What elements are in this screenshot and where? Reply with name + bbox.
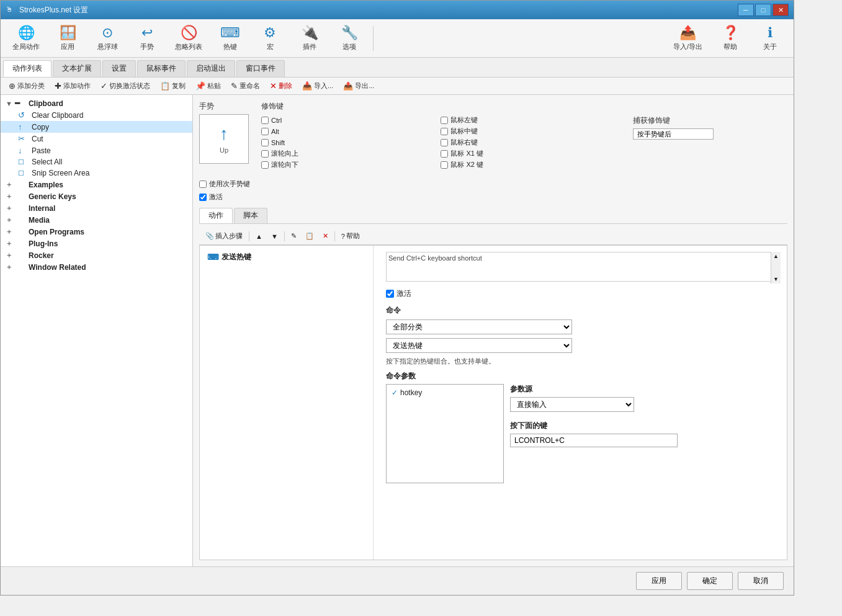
tree-group-internal[interactable]: ＋ Internal: [1, 202, 192, 214]
command-category-select[interactable]: 全部分类: [386, 319, 572, 334]
mouse-left-checkbox-item[interactable]: 鼠标左键: [441, 115, 607, 125]
alt-checkbox[interactable]: [261, 128, 269, 135]
copy-tree-icon: ↑: [18, 122, 29, 132]
scroll-up-checkbox-item[interactable]: 滚轮向上: [261, 149, 428, 158]
bottom-bar: 应用 确定 取消: [1, 566, 794, 595]
tree-group-open-programs[interactable]: ＋ Open Programs: [1, 226, 192, 238]
toolbar-about[interactable]: ℹ 关于: [751, 22, 789, 55]
toggle-state-button[interactable]: ✓ 切换激活状态: [96, 79, 155, 92]
mouse-x2-checkbox[interactable]: [441, 161, 448, 169]
export-button[interactable]: 📤 导出...: [339, 79, 378, 92]
toolbar-options[interactable]: 🔧 选项: [331, 22, 368, 55]
mouse-right-checkbox-item[interactable]: 鼠标右键: [441, 138, 607, 147]
cut-icon: ✂: [18, 134, 29, 143]
tree-item-cut[interactable]: ✂ Cut: [1, 133, 192, 145]
mouse-x2-checkbox-item[interactable]: 鼠标 X2 键: [441, 160, 607, 169]
insert-step-button[interactable]: 📎 插入步骤: [202, 230, 246, 243]
step-help-button[interactable]: ? 帮助: [338, 230, 364, 243]
toolbar-ignore[interactable]: 🚫 忽略列表: [168, 22, 209, 55]
mouse-mid-checkbox-item[interactable]: 鼠标中键: [441, 127, 607, 136]
scroll-down-checkbox[interactable]: [261, 161, 269, 169]
toolbar-plugin[interactable]: 🔌 插件: [291, 22, 328, 55]
scroll-down-arrow[interactable]: ▼: [773, 276, 779, 282]
tree-group-plug-ins[interactable]: ＋ Plug-Ins: [1, 238, 192, 249]
key-input[interactable]: [510, 434, 678, 447]
rename-button[interactable]: ✎ 重命名: [226, 79, 264, 92]
step-edit-button[interactable]: ✎: [287, 230, 300, 242]
send-hotkey-icon: ⌨: [207, 252, 219, 262]
toolbar-app[interactable]: 🪟 应用: [49, 22, 86, 55]
tree-group-generic-keys[interactable]: ＋ Generic Keys: [1, 190, 192, 202]
mouse-left-checkbox[interactable]: [441, 117, 448, 124]
tree-item-paste[interactable]: ↓ Paste: [1, 145, 192, 156]
tab-window-event[interactable]: 窗口事件: [236, 60, 285, 77]
paste-tree-icon: ↓: [18, 146, 29, 155]
ok-button[interactable]: 确定: [687, 572, 733, 590]
tree-item-snip-screen[interactable]: ☐ Snip Screen Area: [1, 167, 192, 179]
import-button[interactable]: 📥 导入...: [298, 79, 338, 92]
step-item-send-hotkey[interactable]: ⌨ 发送热键: [204, 249, 369, 265]
tab-text-expand[interactable]: 文本扩展: [53, 60, 101, 77]
ctrl-checkbox[interactable]: [261, 117, 269, 124]
tree-group-clipboard[interactable]: ▼ ━ Clipboard: [1, 97, 192, 109]
copy-action-button[interactable]: 📋 复制: [156, 79, 190, 92]
params-item-hotkey[interactable]: ✓ hotkey: [389, 387, 501, 398]
toolbar-import-export[interactable]: 📤 导入/导出: [666, 22, 709, 55]
paste-action-button[interactable]: 📌 粘贴: [191, 79, 225, 92]
step-copy-button[interactable]: 📋: [302, 230, 318, 242]
toolbar-tooltip[interactable]: ⊙ 悬浮球: [89, 22, 126, 55]
step-up-button[interactable]: ▲: [252, 231, 266, 242]
toolbar-help[interactable]: ❓ 帮助: [712, 22, 749, 55]
toolbar-hotkey-label: 热键: [223, 42, 237, 51]
add-action-button[interactable]: ✚ 添加动作: [50, 79, 95, 92]
mouse-x1-checkbox[interactable]: [441, 150, 448, 158]
scroll-up-checkbox[interactable]: [261, 150, 269, 158]
tree-group-media[interactable]: ＋ Media: [1, 214, 192, 226]
mouse-right-checkbox[interactable]: [441, 139, 448, 146]
toolbar-macro[interactable]: ⚙ 宏: [251, 22, 289, 55]
description-textarea[interactable]: [386, 252, 781, 282]
activate-checkbox[interactable]: [199, 194, 207, 201]
apply-button[interactable]: 应用: [636, 572, 682, 590]
tab-startup-exit[interactable]: 启动退出: [187, 60, 235, 77]
step-copy-icon: 📋: [305, 232, 314, 240]
alt-checkbox-item[interactable]: Alt: [261, 127, 428, 136]
command-action-select[interactable]: 发送热键: [386, 338, 572, 353]
tree-group-rocker[interactable]: ＋ Rocker: [1, 249, 192, 261]
tab-settings[interactable]: 设置: [102, 60, 136, 77]
toolbar-hotkey[interactable]: ⌨ 热键: [212, 22, 249, 55]
capture-select[interactable]: 按手势键后 按手势键前 不捕获: [633, 128, 714, 140]
tree-item-copy[interactable]: ↑ Copy: [1, 121, 192, 133]
tab-action[interactable]: 动作: [199, 208, 233, 223]
step-delete-button[interactable]: ✕: [319, 230, 332, 242]
expand-window-related-icon: ＋: [6, 262, 12, 272]
minimize-button[interactable]: ─: [738, 4, 754, 16]
tree-item-clear-clipboard[interactable]: ↺ Clear Clipboard: [1, 109, 192, 121]
tab-action-list[interactable]: 动作列表: [3, 60, 52, 77]
add-category-button[interactable]: ⊕ 添加分类: [4, 79, 49, 92]
toolbar-about-label: 关于: [763, 42, 777, 51]
tab-script[interactable]: 脚本: [234, 208, 267, 223]
scroll-up-arrow[interactable]: ▲: [773, 253, 779, 259]
close-button[interactable]: ✕: [773, 4, 789, 16]
maximize-button[interactable]: □: [755, 4, 771, 16]
tab-mouse-event[interactable]: 鼠标事件: [137, 60, 186, 77]
cancel-button[interactable]: 取消: [738, 572, 784, 590]
step-down-button[interactable]: ▼: [267, 231, 282, 242]
ctrl-checkbox-item[interactable]: Ctrl: [261, 115, 428, 125]
tree-group-examples[interactable]: ＋ Examples: [1, 179, 192, 190]
shift-checkbox-item[interactable]: Shift: [261, 138, 428, 147]
params-source-row: 直接输入: [510, 397, 781, 417]
tree-item-select-all[interactable]: ☐ Select All: [1, 156, 192, 167]
delete-button[interactable]: ✕ 删除: [266, 79, 297, 92]
toolbar-global-action[interactable]: 🌐 全局动作: [6, 22, 47, 55]
shift-checkbox[interactable]: [261, 139, 269, 146]
params-source-select[interactable]: 直接输入: [510, 397, 634, 412]
detail-activate-checkbox[interactable]: [386, 290, 394, 298]
tree-group-window-related[interactable]: ＋ Window Related: [1, 261, 192, 273]
toolbar-gesture[interactable]: ↩ 手势: [128, 22, 166, 55]
mouse-x1-checkbox-item[interactable]: 鼠标 X1 键: [441, 149, 607, 158]
secondary-gesture-checkbox[interactable]: [199, 181, 207, 188]
scroll-down-checkbox-item[interactable]: 滚轮向下: [261, 160, 428, 169]
mouse-mid-checkbox[interactable]: [441, 128, 448, 135]
